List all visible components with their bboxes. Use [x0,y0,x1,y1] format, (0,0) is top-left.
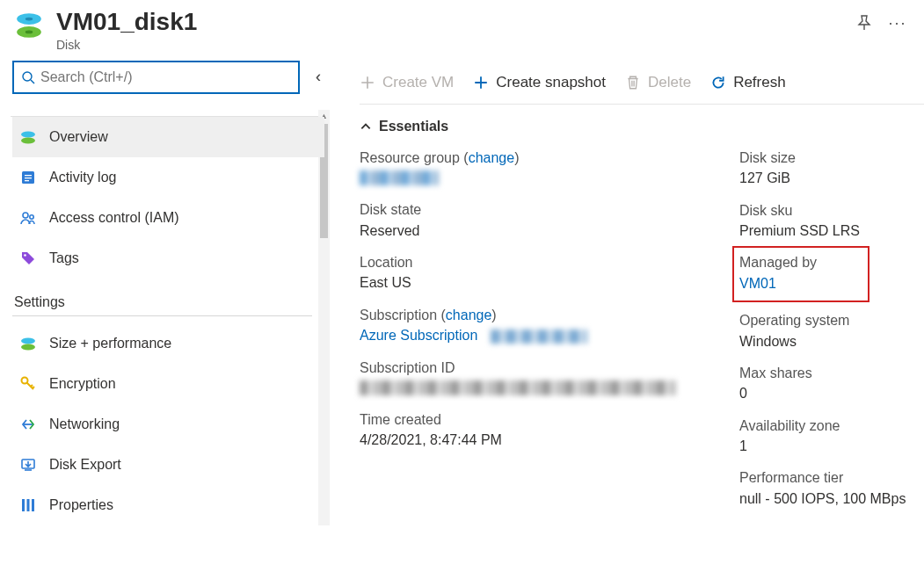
sidebar-item-activity-log[interactable]: Activity log [12,157,324,198]
plus-icon [473,75,489,91]
sidebar-item-label: Tags [49,250,79,266]
sidebar-section-settings: Settings [14,294,324,310]
plus-icon [360,75,375,91]
toolbar-label: Create snapshot [496,74,606,91]
sidebar-item-size-performance[interactable]: Size + performance [12,323,324,364]
resource-type-label: Disk [56,38,855,52]
field-value-location: East US [360,273,687,293]
toolbar-label: Delete [648,74,691,91]
pin-button[interactable] [855,14,873,32]
sidebar-item-label: Networking [49,416,120,432]
tags-icon [19,250,37,267]
essentials-toggle[interactable]: Essentials [360,119,924,134]
sidebar-item-access-control[interactable]: Access control (IAM) [12,198,324,238]
more-button[interactable]: ··· [889,14,906,32]
subscription-suffix-redacted [491,329,587,344]
svg-point-15 [21,344,35,350]
sidebar: ‹‹ ▲ Overview [0,61,330,572]
field-label-performance-tier: Performance tier [739,468,924,488]
field-value-performance-tier: null - 500 IOPS, 100 MBps [739,489,924,509]
sidebar-item-properties[interactable]: Properties [12,485,324,525]
sidebar-item-encryption[interactable]: Encryption [12,364,324,404]
collapse-sidebar-button[interactable]: ‹‹ [316,68,321,86]
field-label-subscription: Subscription change [360,306,687,325]
field-label-max-shares: Max shares [739,364,924,383]
field-value-disk-sku: Premium SSD LRS [739,221,924,241]
svg-rect-9 [25,177,32,178]
sidebar-item-label: Encryption [49,376,116,392]
managed-by-highlight: Managed by VM01 [732,246,869,302]
field-label-disk-sku: Disk sku [739,201,924,221]
networking-icon [19,416,37,433]
sidebar-item-label: Overview [49,129,108,145]
field-label-disk-size: Disk size [739,148,924,168]
field-value-time-created: 4/28/2021, 8:47:44 PM [360,431,687,450]
svg-point-1 [25,18,33,21]
sidebar-item-tags[interactable]: Tags [12,238,324,279]
field-label-disk-state: Disk state [360,200,687,220]
chevron-up-icon [360,120,372,133]
svg-point-11 [23,213,28,218]
field-label-subscription-id: Subscription ID [360,358,687,378]
resource-group-value-redacted [360,170,439,185]
svg-point-12 [30,215,33,219]
field-value-max-shares: 0 [739,384,924,403]
change-resource-group-link[interactable]: change [463,150,519,165]
create-vm-button: Create VM [360,74,454,91]
svg-point-16 [22,377,28,383]
key-icon [19,375,37,393]
sidebar-item-networking[interactable]: Networking [12,404,324,445]
sidebar-item-disk-export[interactable]: Disk Export [12,445,324,485]
change-subscription-link[interactable]: change [441,308,497,322]
field-value-disk-state: Reserved [360,221,687,241]
subscription-id-value-redacted [360,380,676,395]
disk-icon [19,128,37,146]
disk-resource-icon [14,11,44,40]
search-input[interactable] [40,69,291,85]
svg-point-6 [21,137,35,143]
svg-point-4 [23,72,32,81]
sidebar-nav: ▲ Overview [12,110,324,525]
properties-icon [19,496,37,514]
subscription-link[interactable]: Azure Subscription [360,326,687,345]
svg-point-3 [25,31,33,34]
create-snapshot-button[interactable]: Create snapshot [473,74,606,91]
svg-rect-18 [22,499,25,511]
svg-rect-10 [25,180,29,181]
svg-point-14 [21,337,35,344]
page-header: VM01_disk1 Disk ··· [0,0,924,61]
svg-point-13 [24,254,26,257]
delete-button: Delete [625,74,691,91]
sidebar-item-label: Properties [49,497,113,513]
field-value-disk-size: 127 GiB [739,169,924,188]
access-control-icon [19,209,37,227]
sidebar-item-label: Size + performance [49,336,171,351]
field-value-os: Windows [739,332,924,351]
sidebar-item-label: Activity log [49,170,116,185]
export-icon [19,456,37,474]
toolbar: Create VM Create snapshot Delet [360,62,924,105]
field-label-resource-group: Resource group change [360,148,687,168]
field-label-managed-by: Managed by [739,253,859,272]
toolbar-label: Refresh [733,74,786,91]
activity-log-icon [19,169,37,186]
essentials-label: Essentials [379,119,448,134]
svg-rect-19 [27,499,30,511]
divider [12,315,312,316]
managed-by-link[interactable]: VM01 [739,274,859,293]
main-content: Create VM Create snapshot Delet [330,61,924,572]
sidebar-item-overview[interactable]: Overview [12,117,324,157]
sidebar-search[interactable] [12,61,300,94]
svg-rect-8 [25,175,32,176]
field-label-location: Location [360,253,687,272]
field-value-availability-zone: 1 [739,437,924,456]
toolbar-label: Create VM [382,74,454,91]
sidebar-item-label: Access control (IAM) [49,210,179,226]
refresh-button[interactable]: Refresh [710,74,786,91]
trash-icon [625,75,641,91]
field-label-time-created: Time created [360,410,687,430]
disk-icon [19,335,37,352]
sidebar-item-label: Disk Export [49,457,121,473]
search-icon [21,70,35,84]
page-title: VM01_disk1 [56,9,855,36]
